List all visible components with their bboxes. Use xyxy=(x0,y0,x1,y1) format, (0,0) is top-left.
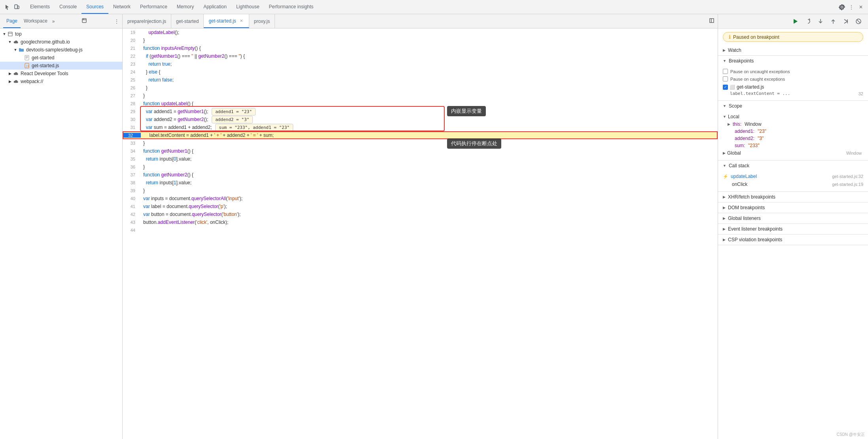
tab-elements[interactable]: Elements xyxy=(25,0,55,14)
section-call-stack: ▼ Call stack ⚡ updateLabel get-started.j… xyxy=(718,161,868,192)
tab-lighthouse[interactable]: Lighthouse xyxy=(231,0,264,14)
svg-line-20 xyxy=(857,20,860,23)
tree-item-googlechrome[interactable]: ▼ googlechrome.github.io xyxy=(0,38,122,46)
section-xhr: ▶ XHR/fetch breakpoints xyxy=(718,192,868,202)
tree-label-top: top xyxy=(15,31,22,37)
editor-tab-prepare[interactable]: prepareInjection.js xyxy=(123,14,171,28)
code-line-41: 41 var label = document.querySelector('p… xyxy=(123,202,718,210)
bp-caught-checkbox[interactable] xyxy=(723,76,728,81)
scope-content: ▼ Local ▶ this: Window addend1: "23" add… xyxy=(718,111,868,160)
tab-application[interactable]: Application xyxy=(199,0,231,14)
scope-local-group[interactable]: ▼ Local xyxy=(723,113,863,121)
tree-item-webpack[interactable]: ▶ webpack:// xyxy=(0,78,122,85)
code-line-42: 42 var button = document.querySelector('… xyxy=(123,210,718,218)
step-over-button[interactable] xyxy=(803,17,813,26)
stack-fn-updateLabel: updateLabel xyxy=(731,174,757,179)
step-out-button[interactable] xyxy=(828,17,838,26)
code-line-28: 28 function updateLabel() { xyxy=(123,100,718,108)
debugger-toolbar xyxy=(718,14,868,29)
tab-workspace[interactable]: Workspace xyxy=(21,14,51,28)
stack-item-onClick[interactable]: onClick get-started.js:19 xyxy=(723,180,863,188)
new-tab-icon[interactable] xyxy=(81,18,87,25)
device-icon[interactable] xyxy=(13,3,21,11)
editor-tab-get-started[interactable]: get-started xyxy=(171,14,204,28)
frame-icon xyxy=(7,31,13,37)
right-panel: ℹ Paused on breakpoint ▶ Watch ▼ Breakpo… xyxy=(718,14,868,439)
event-breakpoints-chevron: ▶ xyxy=(723,227,726,231)
code-line-24: 24 } else { xyxy=(123,68,718,76)
bp-uncaught-checkbox[interactable] xyxy=(723,69,728,74)
panel-tabs: Page Workspace » ⋮ xyxy=(0,14,122,28)
code-container: 19 updateLabel(); 20 } 21 function input… xyxy=(123,28,718,234)
stack-item-updateLabel[interactable]: ⚡ updateLabel get-started.js:32 xyxy=(723,172,863,180)
chevron-right-icon: ▶ xyxy=(7,71,13,76)
svg-rect-13 xyxy=(710,19,714,23)
tree-item-react[interactable]: ▶ React Developer Tools xyxy=(0,70,122,78)
tab-performance-insights[interactable]: Performance insights xyxy=(264,0,318,14)
watermark: CSDN @牛安正 xyxy=(837,432,865,437)
editor-content-area[interactable]: 19 updateLabel(); 20 } 21 function input… xyxy=(123,28,718,439)
editor-tab-get-started-js[interactable]: get-started.js ✕ xyxy=(204,14,249,28)
spacer xyxy=(18,63,24,68)
more-options-icon[interactable]: ⋮ xyxy=(114,19,119,24)
section-event-breakpoints: ▶ Event listener breakpoints xyxy=(718,224,868,235)
scope-addend2: addend2: "3" xyxy=(723,135,863,142)
scope-header[interactable]: ▼ Scope xyxy=(718,101,868,111)
tab-memory[interactable]: Memory xyxy=(172,0,199,14)
settings-icon[interactable] xyxy=(838,3,846,11)
tree-item-get-started-js[interactable]: js get-started.js xyxy=(0,62,122,70)
chevron-right-icon: ▶ xyxy=(7,79,13,84)
global-listeners-header[interactable]: ▶ Global listeners xyxy=(718,213,868,223)
scope-addend2-key: addend2: xyxy=(735,136,754,141)
deactivate-breakpoints-button[interactable] xyxy=(854,17,863,26)
code-line-37: 37 function getNumber2() { xyxy=(123,171,718,179)
csp-breakpoints-chevron: ▶ xyxy=(723,238,726,242)
watch-header[interactable]: ▶ Watch xyxy=(718,45,868,55)
bp-file-header[interactable]: ⬜ get-started.js xyxy=(723,83,863,91)
step-into-button[interactable] xyxy=(816,17,825,26)
scope-addend2-val: "3" xyxy=(758,136,764,141)
code-line-43: 43 button.addEventListener('click', onCl… xyxy=(123,218,718,226)
tab-performance[interactable]: Performance xyxy=(135,0,172,14)
code-line-20: 20 } xyxy=(123,36,718,44)
tab-more[interactable]: » xyxy=(51,19,57,24)
stack-loc-onClick: get-started.js:19 xyxy=(832,182,863,187)
editor-tab-proxy[interactable]: proxy.js xyxy=(249,14,275,28)
cursor-icon[interactable] xyxy=(3,3,11,11)
tree-item-get-started[interactable]: get-started xyxy=(0,54,122,62)
svg-rect-2 xyxy=(82,19,86,23)
csp-breakpoints-header[interactable]: ▶ CSP violation breakpoints xyxy=(718,235,868,245)
tab-console[interactable]: Console xyxy=(55,0,81,14)
code-line-33: 33 } xyxy=(123,139,718,147)
tab-sources[interactable]: Sources xyxy=(81,0,108,14)
resume-button[interactable] xyxy=(790,17,800,26)
paused-badge: ℹ Paused on breakpoint xyxy=(723,32,863,42)
breakpoints-header[interactable]: ▼ Breakpoints xyxy=(718,56,868,66)
event-breakpoints-label: Event listener breakpoints xyxy=(728,226,783,232)
close-icon[interactable]: ✕ xyxy=(857,3,865,11)
scope-global-group[interactable]: ▶ Global Window xyxy=(723,149,863,157)
tree-item-devtools[interactable]: ▼ devtools-samples/debug-js xyxy=(0,46,122,54)
global-chevron: ▶ xyxy=(723,151,726,155)
bp-line-32[interactable]: label.textContent = ... 32 xyxy=(723,91,863,97)
watch-chevron: ▶ xyxy=(723,48,726,52)
call-stack-header[interactable]: ▼ Call stack xyxy=(718,161,868,171)
tree-item-top[interactable]: ▼ top xyxy=(0,30,122,38)
line-num-19: 19 xyxy=(123,30,140,35)
stack-fn-icon: ⚡ xyxy=(723,174,728,179)
dom-header[interactable]: ▶ DOM breakpoints xyxy=(718,202,868,213)
section-dom: ▶ DOM breakpoints xyxy=(718,202,868,213)
local-chevron: ▼ xyxy=(723,115,726,119)
tab-close-icon[interactable]: ✕ xyxy=(239,18,244,24)
toolbar-right: ⋮ ✕ xyxy=(838,3,865,11)
xhr-header[interactable]: ▶ XHR/fetch breakpoints xyxy=(718,192,868,202)
svg-rect-5 xyxy=(8,32,12,36)
bp-file-checkbox[interactable] xyxy=(723,85,728,90)
step-button[interactable] xyxy=(841,17,851,26)
code-line-29: 29 var addend1 = getNumber1(); addend1 =… xyxy=(123,108,718,115)
collapse-panel-icon[interactable] xyxy=(706,18,718,25)
tab-network[interactable]: Network xyxy=(108,0,135,14)
tab-page[interactable]: Page xyxy=(3,14,21,28)
more-icon[interactable]: ⋮ xyxy=(847,3,855,11)
event-breakpoints-header[interactable]: ▶ Event listener breakpoints xyxy=(718,224,868,234)
